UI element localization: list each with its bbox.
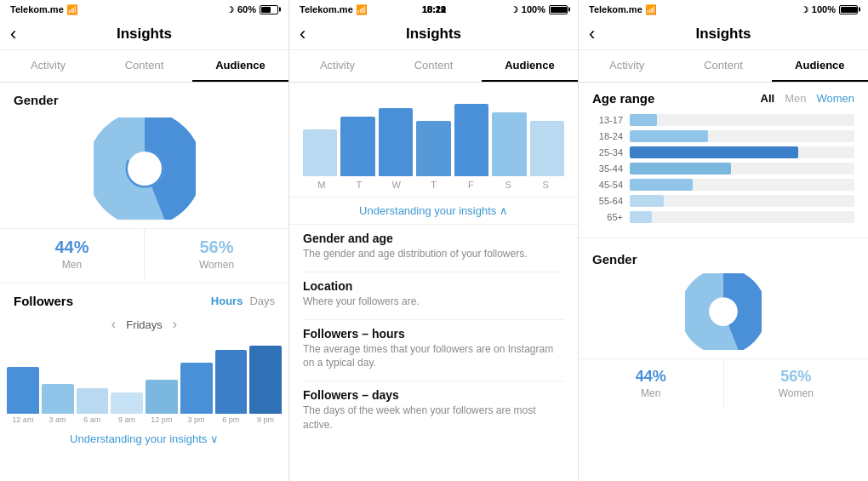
phone-panel-3: Telekom.me 📶 18:21 ☽ 100% ‹ Insights Act… [579,0,868,481]
header-2: ‹ Insights [289,19,578,50]
battery-2: 100% [522,4,545,14]
bar-label: 9 pm [249,415,282,424]
age-row-5: 55-64 [592,195,854,207]
weekly-bar-1 [340,117,374,176]
followers-header-1: Followers Hours Days [0,283,288,312]
tab-activity-3[interactable]: Activity [579,50,675,82]
back-button-2[interactable]: ‹ [300,23,306,45]
svg-point-6 [711,299,736,324]
bar-item-1-3 [111,392,143,414]
back-button-1[interactable]: ‹ [10,23,16,45]
next-day-1[interactable]: › [173,317,177,332]
tab-activity-2[interactable]: Activity [289,50,385,82]
weekly-label: S [527,180,564,190]
hours-toggle-1[interactable]: Hours [211,295,243,307]
header-title-3: Insights [695,26,751,43]
age-label-5: 55-64 [592,196,623,206]
bar-item-1-7 [249,346,282,414]
age-range-title-3: Age range [592,91,654,106]
insights-list-2: Gender and ageThe gender and age distrib… [289,225,578,443]
men-label-3: Men [579,387,723,399]
insight-item-3: Followers – daysThe days of the week whe… [289,381,578,443]
age-row-6: 65+ [592,211,854,223]
women-label-1: Women [145,259,288,271]
battery-icon-3 [839,5,858,14]
understanding-link-1[interactable]: Understanding your insights ∨ [0,424,288,450]
weekly-label: W [378,180,415,190]
back-button-3[interactable]: ‹ [589,23,595,45]
age-chart-3: 13-17 18-24 25-34 35-44 45-54 55-64 65+ [579,111,868,234]
phone-panel-1: Telekom.me 📶 10:10 ☽ 60% ‹ Insights Acti… [0,0,289,481]
weekly-bar-4 [454,104,488,176]
tabs-2: Activity Content Audience [289,50,578,83]
insight-desc-2: The average times that your followers ar… [303,342,564,371]
age-row-0: 13-17 [592,114,854,126]
tabs-1: Activity Content Audience [0,50,288,83]
filter-women-3[interactable]: Women [816,92,854,105]
men-pct-3: 44% [579,368,723,386]
age-filter-3: All Men Women [761,92,854,105]
filter-all-3[interactable]: All [761,92,775,105]
insight-item-1: LocationWhere your followers are. [289,272,578,319]
bar-chart-1 [0,337,288,414]
tabs-3: Activity Content Audience [579,50,868,83]
age-range-header-3: Age range All Men Women [579,83,868,111]
day-nav-1: ‹ Fridays › [0,312,288,337]
tab-content-3[interactable]: Content [675,50,771,82]
phone-panel-2: Telekom.me 📶 18:22 ☽ 100% ‹ Insights Act… [289,0,579,481]
bar-item-1-6 [215,350,248,414]
weekly-bar-5 [492,112,526,176]
insight-desc-3: The days of the week when your followers… [303,404,564,432]
women-pct-1: 56% [145,238,288,257]
age-label-2: 25-34 [592,147,623,157]
bar-item-1-5 [180,363,213,414]
bar-item-1-2 [77,388,109,414]
gender-title-3: Gender [579,242,868,270]
tab-content-1[interactable]: Content [96,50,192,82]
bar-labels-1: 12 am3 am6 am9 am12 pm3 pm6 pm9 pm [0,414,288,424]
age-bar-0 [630,114,854,126]
bar-item-1-0 [7,367,39,414]
insight-heading-3: Followers – days [303,388,564,402]
age-bar-2 [630,146,854,158]
tab-audience-2[interactable]: Audience [482,50,578,82]
followers-toggle-1: Hours Days [211,295,275,307]
insight-desc-0: The gender and age distribution of your … [303,247,564,261]
age-label-0: 13-17 [592,115,623,125]
age-label-3: 35-44 [592,163,623,174]
header-1: ‹ Insights [0,19,288,50]
carrier-2: Telekom.me 📶 [300,4,368,15]
tab-activity-1[interactable]: Activity [0,50,96,82]
weekly-labels-2: MTWTFSS [289,176,578,197]
prev-day-1[interactable]: ‹ [111,317,116,332]
age-label-4: 45-54 [592,180,623,190]
women-legend-3: 56% Women [724,359,869,408]
bar-label: 12 pm [146,415,178,424]
weekly-bar-6 [530,121,564,176]
filter-men-3[interactable]: Men [785,92,806,105]
tab-content-2[interactable]: Content [385,50,482,82]
understanding-link-2[interactable]: Understanding your insights ∧ [289,197,578,225]
status-bar-3: Telekom.me 📶 18:21 ☽ 100% [579,0,868,19]
gender-title-1: Gender [0,83,288,111]
status-bar-1: Telekom.me 📶 10:10 ☽ 60% [0,0,288,19]
content-3: Age range All Men Women 13-17 18-24 25-3… [579,83,868,481]
men-legend-3: 44% Men [579,359,724,408]
bar-label: 6 am [77,415,109,424]
age-bar-1 [630,130,854,142]
bar-label: 3 pm [180,415,213,424]
tab-audience-3[interactable]: Audience [772,50,868,82]
moon-icon-3: ☽ [801,5,808,14]
content-2: MTWTFSS Understanding your insights ∧ Ge… [289,83,578,481]
bar-label: 3 am [42,415,74,424]
age-bar-6 [630,211,854,223]
bar-item-1-1 [42,384,74,414]
days-toggle-1[interactable]: Days [249,295,275,307]
insight-heading-0: Gender and age [303,232,564,245]
current-day-1: Fridays [126,318,163,331]
followers-title-1: Followers [14,294,73,308]
men-legend-1: 44% Men [0,229,145,279]
tab-audience-1[interactable]: Audience [192,50,288,82]
women-pct-3: 56% [724,368,869,386]
carrier-3: Telekom.me 📶 [589,4,657,15]
